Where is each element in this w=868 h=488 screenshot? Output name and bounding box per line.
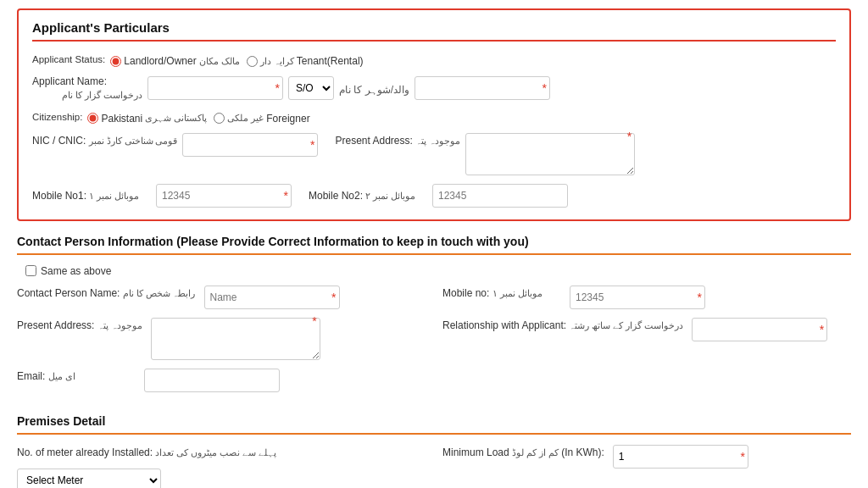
- present-address-textarea[interactable]: [465, 133, 635, 175]
- so-select[interactable]: S/O D/O W/O: [288, 76, 334, 100]
- tenant-option[interactable]: کرایہ دار Tenant(Rental): [247, 55, 364, 67]
- pakistani-radio[interactable]: [87, 113, 98, 124]
- same-as-above-checkbox[interactable]: [25, 265, 36, 276]
- contact-name-row: Contact Person Name: رابطہ شخص کا نام *: [17, 286, 426, 309]
- contact-mobile-required: *: [696, 291, 702, 304]
- landlord-option[interactable]: Landlord/Owner مالک مکان: [110, 55, 239, 67]
- same-as-above-label: Same as above: [41, 265, 111, 277]
- contact-mobile-label: Mobile no: موبائل نمبر ۱: [442, 286, 561, 301]
- contact-relationship-row: Relationship with Applicant: درخواست گزا…: [442, 318, 851, 341]
- applicant-name-input[interactable]: [147, 76, 283, 100]
- applicant-name-row: Applicant Name: درخواست گزار کا نام * S/…: [32, 75, 836, 101]
- parent-name-input-wrap: *: [415, 76, 550, 100]
- contact-left-col: Contact Person Name: رابطہ شخص کا نام * …: [17, 286, 426, 401]
- contact-address-wrap: *: [151, 318, 320, 360]
- min-load-input-wrap: *: [613, 445, 748, 469]
- address-block: Present Address: موجودہ پتہ *: [335, 133, 635, 175]
- parent-name-urdu: والد/شوہر کا نام: [339, 80, 409, 96]
- contact-mobile-row: Mobile no: موبائل نمبر ۱ *: [442, 286, 851, 309]
- same-as-above-row: Same as above: [25, 265, 851, 277]
- citizenship-options: Pakistani پاکستانی شہری غیر ملکی Foreign…: [87, 109, 309, 125]
- pakistani-option[interactable]: Pakistani پاکستانی شہری: [87, 113, 207, 125]
- mobile1-input[interactable]: [156, 184, 292, 208]
- contact-mobile-input-wrap: *: [570, 286, 705, 309]
- citizenship-label: Citizenship:: [32, 112, 82, 122]
- contact-name-input[interactable]: [204, 286, 340, 309]
- tenant-label: Tenant(Rental): [297, 55, 364, 67]
- mobile1-input-wrap: *: [156, 184, 292, 208]
- page-container: Applicant's Particulars Applicant Status…: [0, 0, 868, 488]
- contact-title: Contact Person Information (Please Provi…: [17, 235, 851, 255]
- foreigner-label: Foreigner: [266, 113, 309, 125]
- contact-relationship-input[interactable]: [692, 318, 827, 341]
- citizenship-row: Citizenship: Pakistani پاکستانی شہری غیر…: [32, 109, 836, 125]
- mobile-row: Mobile No1: موبائل نمبر ۱ * Mobile No2: …: [32, 184, 836, 208]
- meter-label: No. of meter already Installed: پہلے سے …: [17, 445, 276, 460]
- contact-name-label: Contact Person Name: رابطہ شخص کا نام: [17, 286, 196, 301]
- nic-input[interactable]: [182, 133, 318, 157]
- tenant-urdu: کرایہ دار: [260, 56, 294, 67]
- mobile1-block: Mobile No1: موبائل نمبر ۱ *: [32, 184, 292, 208]
- contact-email-input[interactable]: [144, 369, 280, 392]
- contact-address-row: Present Address: موجودہ پتہ *: [17, 318, 426, 360]
- tenant-radio[interactable]: [247, 56, 258, 67]
- foreigner-option[interactable]: غیر ملکی Foreigner: [214, 113, 309, 125]
- premises-title: Premises Detail: [17, 414, 851, 435]
- premises-section: Premises Detail No. of meter already Ins…: [17, 414, 851, 488]
- foreigner-urdu: غیر ملکی: [227, 113, 264, 124]
- applicants-title: Applicant's Particulars: [32, 20, 836, 42]
- applicant-status-options: Landlord/Owner مالک مکان کرایہ دار Tenan…: [110, 52, 363, 67]
- premises-two-col: No. of meter already Installed: پہلے سے …: [17, 445, 851, 488]
- contact-email-row: Email: ای میل: [17, 369, 426, 392]
- contact-mobile-input[interactable]: [570, 286, 705, 309]
- mobile2-block: Mobile No2: موبائل نمبر ۲: [309, 184, 568, 208]
- contact-address-required: *: [310, 314, 316, 328]
- min-load-row: Minimum Load کم از کم لوڈ (In KWh): *: [442, 445, 851, 469]
- contact-address-label: Present Address: موجودہ پتہ: [17, 318, 142, 333]
- applicant-name-input-wrap: *: [147, 76, 283, 100]
- min-load-label: Minimum Load کم از کم لوڈ (In KWh):: [442, 445, 604, 460]
- present-address-input-wrap: *: [465, 133, 635, 175]
- present-address-label: Present Address: موجودہ پتہ: [335, 133, 460, 148]
- mobile2-input[interactable]: [432, 184, 568, 208]
- applicant-name-label: Applicant Name: درخواست گزار کا نام: [32, 75, 142, 101]
- contact-relationship-required: *: [818, 323, 824, 336]
- address-required: *: [626, 130, 632, 143]
- premises-left-col: No. of meter already Installed: پہلے سے …: [17, 445, 426, 488]
- mobile1-label: Mobile No1: موبائل نمبر ۱: [32, 188, 151, 203]
- contact-email-label: Email: ای میل: [17, 369, 136, 384]
- contact-right-col: Mobile no: موبائل نمبر ۱ * Relationship …: [442, 286, 851, 401]
- meter-select[interactable]: Select Meter 0 1 2 3: [17, 469, 161, 488]
- mobile2-input-wrap: [432, 184, 568, 208]
- meter-row: No. of meter already Installed: پہلے سے …: [17, 445, 426, 488]
- mobile2-label: Mobile No2: موبائل نمبر ۲: [309, 188, 427, 203]
- landlord-urdu: مالک مکان: [199, 56, 240, 67]
- applicant-status-row: Applicant Status: Landlord/Owner مالک مک…: [32, 52, 836, 67]
- nic-block: NIC / CNIC: قومی شناختی کارڈ نمبر *: [32, 133, 318, 157]
- pakistani-label: Pakistani: [101, 113, 142, 125]
- premises-right-col: Minimum Load کم از کم لوڈ (In KWh): *: [442, 445, 851, 488]
- min-load-input[interactable]: [613, 445, 748, 469]
- parent-name-input[interactable]: [415, 76, 550, 100]
- applicant-name-required: *: [274, 81, 280, 95]
- landlord-label: Landlord/Owner: [124, 55, 196, 67]
- min-load-required: *: [738, 450, 744, 463]
- mobile1-required: *: [282, 189, 288, 202]
- foreigner-radio[interactable]: [214, 113, 225, 124]
- parent-name-required: *: [541, 81, 547, 95]
- nic-label: NIC / CNIC: قومی شناختی کارڈ نمبر: [32, 133, 177, 148]
- contact-address-textarea[interactable]: [151, 318, 320, 360]
- applicants-box: Applicant's Particulars Applicant Status…: [17, 8, 851, 221]
- contact-name-required: *: [330, 291, 336, 304]
- landlord-radio[interactable]: [110, 56, 121, 67]
- contact-two-col: Contact Person Name: رابطہ شخص کا نام * …: [17, 286, 851, 401]
- nic-input-wrap: *: [182, 133, 318, 157]
- contact-relationship-label: Relationship with Applicant: درخواست گزا…: [442, 318, 683, 333]
- nic-address-row: NIC / CNIC: قومی شناختی کارڈ نمبر * Pres…: [32, 133, 836, 175]
- pakistani-urdu: پاکستانی شہری: [145, 113, 207, 124]
- contact-relationship-wrap: *: [692, 318, 827, 341]
- contact-section: Contact Person Information (Please Provi…: [17, 235, 851, 401]
- nic-required: *: [309, 138, 314, 152]
- contact-name-input-wrap: *: [204, 286, 340, 309]
- applicant-status-label: Applicant Status:: [32, 54, 105, 64]
